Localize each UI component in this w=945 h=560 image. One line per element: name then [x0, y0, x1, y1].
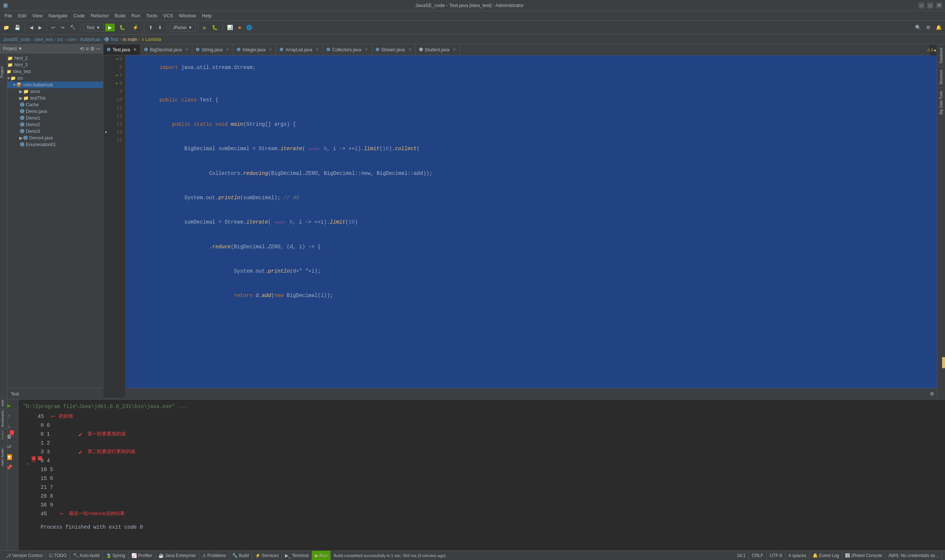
- statusbar-aws[interactable]: AWS: No credentials se...: [886, 551, 942, 560]
- coverage-button[interactable]: 📊: [225, 24, 235, 31]
- debug-button[interactable]: 🐛: [116, 24, 128, 31]
- bigdatatools-panel-label[interactable]: Big Data Tools: [938, 88, 944, 117]
- tree-item-testthis[interactable]: ▶ 📁 testThis: [0, 95, 103, 102]
- menu-run[interactable]: Run: [128, 12, 143, 19]
- tab-test-java[interactable]: 🅒 Test.java ✕: [103, 44, 141, 55]
- redo-button[interactable]: ↪: [59, 24, 66, 31]
- breadcrumb-lambda[interactable]: λ Lambda: [142, 37, 161, 42]
- profile-button[interactable]: ⚡: [129, 24, 141, 31]
- tree-item-demo2[interactable]: 🅒 Demo2: [0, 122, 103, 128]
- run-settings-button[interactable]: ⚙: [930, 391, 934, 397]
- statusbar-profiler[interactable]: 📈 Profiler: [128, 551, 156, 560]
- run-button[interactable]: ▶: [105, 24, 115, 31]
- project-close-button[interactable]: ─: [96, 46, 100, 52]
- project-settings-button[interactable]: ⚙: [90, 46, 95, 52]
- bookmarks-label[interactable]: Bookmarks: [0, 408, 7, 428]
- project-collapse-button[interactable]: ≡: [86, 46, 89, 52]
- breadcrumb-src[interactable]: src: [57, 37, 63, 42]
- tab-bigdecimal-java[interactable]: 🅒 BigDecimal.java ✕: [141, 44, 192, 55]
- menu-edit[interactable]: Edit: [15, 12, 29, 19]
- statusbar-services[interactable]: ⚡ Services: [252, 551, 282, 560]
- tree-item-anno[interactable]: ▶ 📁 anno: [0, 88, 103, 95]
- save-button[interactable]: 💾: [12, 24, 22, 31]
- build-button[interactable]: 🔨: [68, 24, 77, 31]
- run-config-selector[interactable]: Test ▼: [83, 24, 104, 32]
- jrebel-label-strip[interactable]: JRebel: [0, 428, 7, 442]
- back-button[interactable]: ◀: [28, 24, 35, 31]
- tab-string-close[interactable]: ✕: [226, 47, 229, 52]
- project-sync-button[interactable]: ⟲: [80, 46, 84, 52]
- statusbar-run[interactable]: ▶ Run: [312, 551, 331, 560]
- tab-collectors-java[interactable]: 🅒 Collectors.java ✕: [323, 44, 372, 55]
- open-button[interactable]: 📁: [2, 24, 11, 31]
- tab-arraylist-java[interactable]: 🅒 ArrayList.java ✕: [276, 44, 323, 55]
- tree-item-src[interactable]: ▾ 📁 src: [0, 75, 103, 82]
- statusbar-todo[interactable]: ☑ TODO: [46, 551, 70, 560]
- breadcrumb-javase[interactable]: JavaSE_code: [3, 37, 30, 42]
- statusbar-problems[interactable]: ⚠ Problems: [199, 551, 230, 560]
- statusbar-terminal[interactable]: ▶_ Terminal: [282, 551, 312, 560]
- vcs-button[interactable]: ⬆: [147, 24, 155, 31]
- statusbar-autobuild[interactable]: 🔨 Auto-build: [70, 551, 103, 560]
- editor-content-selected[interactable]: import java.util.stream.Stream; public c…: [125, 55, 937, 398]
- tab-integer-java[interactable]: 🅒 Integer.java ✕: [233, 44, 276, 55]
- structure-panel-label[interactable]: Structure: [938, 66, 944, 88]
- tree-item-enumeration01[interactable]: 🅒 Enumeration01: [0, 141, 103, 148]
- vcs-pull-button[interactable]: ⬇: [156, 24, 164, 31]
- statusbar-spring[interactable]: 🍃 Spring: [103, 551, 129, 560]
- breadcrumb-main[interactable]: m main: [123, 37, 137, 42]
- minimize-button[interactable]: ─: [919, 3, 924, 8]
- breadcrumb-test[interactable]: 🅒 Test: [105, 37, 118, 42]
- menu-window[interactable]: Window: [176, 12, 199, 19]
- web-label[interactable]: Web: [0, 398, 7, 408]
- tab-test-java-close[interactable]: ✕: [133, 47, 137, 52]
- menu-refactor[interactable]: Refactor: [88, 12, 112, 19]
- aws-icon-area[interactable]: [0, 442, 7, 447]
- menu-navigate[interactable]: Navigate: [45, 12, 70, 19]
- maximize-button[interactable]: □: [927, 3, 933, 8]
- tree-item-demo3[interactable]: 🅒 Demo3: [0, 128, 103, 135]
- breadcrumb-liudashuai[interactable]: liudashuai: [80, 37, 100, 42]
- statusbar-build[interactable]: 🔧 Build: [229, 551, 252, 560]
- tab-student-java[interactable]: 🅒 Student.java ✕: [416, 44, 460, 55]
- menu-file[interactable]: File: [2, 12, 15, 19]
- tree-item-ideatest[interactable]: ▾ 📁 idea_test: [0, 68, 103, 75]
- statusbar-javaenterprise[interactable]: ☕ Java Enterprise: [156, 551, 199, 560]
- search-everywhere-button[interactable]: 🔍: [913, 24, 923, 31]
- statusbar-line-ending[interactable]: CRLF: [749, 551, 767, 560]
- code-editor[interactable]: ▶ 5 6 ▶ 7 ▶ 8 9 10 11 12 13 ● 14 15: [103, 55, 937, 398]
- statusbar-event-log[interactable]: 🔔 Event Log: [809, 551, 842, 560]
- stop-button[interactable]: ■: [236, 24, 243, 31]
- tree-item-demo1[interactable]: 🅒 Demo1: [0, 115, 103, 122]
- statusbar-versioncontrol[interactable]: ⎇ Version Control: [3, 551, 46, 560]
- project-panel-label[interactable]: Project: [0, 66, 8, 79]
- tree-item-html2[interactable]: 📁 html_2: [0, 55, 103, 62]
- awstoolkit-label[interactable]: AWS Toolkit: [0, 447, 7, 468]
- notifications-button[interactable]: 🔔: [934, 24, 943, 31]
- tab-arraylist-close[interactable]: ✕: [316, 47, 319, 52]
- tab-string-java[interactable]: 🅒 String.java ✕: [192, 44, 233, 55]
- statusbar-jrebel-console[interactable]: 🅹 JRebel Console: [842, 551, 886, 560]
- tab-student-close[interactable]: ✕: [453, 47, 456, 52]
- settings-button[interactable]: ⚙: [924, 24, 933, 31]
- tree-item-html3[interactable]: 📁 html_3: [0, 62, 103, 68]
- tree-item-cache[interactable]: 🅒 Cache: [0, 102, 103, 108]
- menu-build[interactable]: Build: [112, 12, 128, 19]
- statusbar-cursor-pos[interactable]: 16:1: [734, 551, 749, 560]
- breadcrumb-com[interactable]: com: [68, 37, 76, 42]
- breadcrumb-ideatest[interactable]: idea_test: [35, 37, 53, 42]
- menu-tools[interactable]: Tools: [143, 12, 160, 19]
- translate-button[interactable]: 🌐: [244, 24, 254, 31]
- close-button[interactable]: ✕: [936, 3, 942, 8]
- undo-button[interactable]: ↩: [49, 24, 57, 31]
- menu-vcs[interactable]: VCS: [160, 12, 176, 19]
- tab-stream-close[interactable]: ✕: [408, 47, 412, 52]
- menu-code[interactable]: Code: [71, 12, 88, 19]
- menu-help[interactable]: Help: [199, 12, 215, 19]
- tab-integer-close[interactable]: ✕: [269, 47, 272, 52]
- statusbar-indent[interactable]: 4 spaces: [786, 551, 809, 560]
- window-controls[interactable]: ─ □ ✕: [919, 3, 942, 8]
- tab-collectors-close[interactable]: ✕: [365, 47, 368, 52]
- tab-stream-java[interactable]: 🅒 Stream.java ✕: [372, 44, 416, 55]
- jrebel-run-button[interactable]: ▶: [201, 24, 208, 31]
